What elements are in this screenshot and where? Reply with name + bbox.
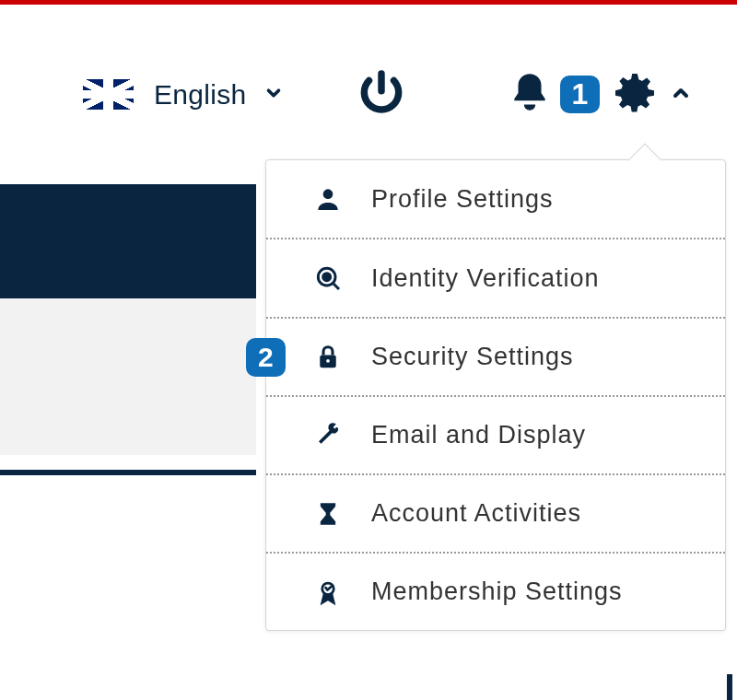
power-icon[interactable] <box>356 67 407 122</box>
notification-badge: 1 <box>560 76 601 113</box>
user-icon <box>310 184 345 214</box>
menu-item-email-and-display[interactable]: Email and Display <box>266 397 725 475</box>
menu-item-label: Email and Display <box>371 421 586 449</box>
svg-point-5 <box>326 358 330 362</box>
svg-line-3 <box>333 284 339 289</box>
svg-point-0 <box>323 189 333 199</box>
menu-item-label: Membership Settings <box>371 578 623 606</box>
menu-item-identity-verification[interactable]: Identity Verification <box>266 239 725 319</box>
background-dark-band <box>0 184 256 298</box>
wrench-icon <box>310 422 345 449</box>
settings-dropdown: Profile Settings Identity Verification 2… <box>265 159 726 631</box>
right-edge-marker <box>727 674 732 700</box>
award-icon <box>310 578 345 606</box>
language-label[interactable]: English <box>154 79 247 111</box>
menu-item-label: Security Settings <box>371 343 574 371</box>
menu-item-profile-settings[interactable]: Profile Settings <box>266 160 725 239</box>
step-badge-security: 2 <box>246 338 286 377</box>
divider-dark <box>0 470 256 475</box>
notifications-group[interactable]: 1 <box>507 70 601 120</box>
menu-item-security-settings[interactable]: 2 Security Settings <box>266 319 725 397</box>
lock-icon <box>310 344 345 371</box>
background-grey-band <box>0 298 256 455</box>
identity-search-icon <box>310 263 345 293</box>
svg-point-2 <box>323 274 331 281</box>
menu-item-label: Profile Settings <box>371 185 554 214</box>
menu-item-label: Identity Verification <box>371 264 600 293</box>
header-bar: English 1 <box>0 5 737 184</box>
hourglass-icon <box>310 501 345 527</box>
bell-icon <box>507 70 553 120</box>
chevron-up-icon[interactable] <box>670 82 692 108</box>
uk-flag-icon[interactable] <box>83 79 134 110</box>
menu-item-label: Account Activities <box>371 499 581 528</box>
menu-item-membership-settings[interactable]: Membership Settings <box>266 554 725 630</box>
menu-item-account-activities[interactable]: Account Activities <box>266 475 725 554</box>
chevron-down-icon[interactable] <box>263 83 284 107</box>
gear-icon[interactable] <box>609 67 661 122</box>
